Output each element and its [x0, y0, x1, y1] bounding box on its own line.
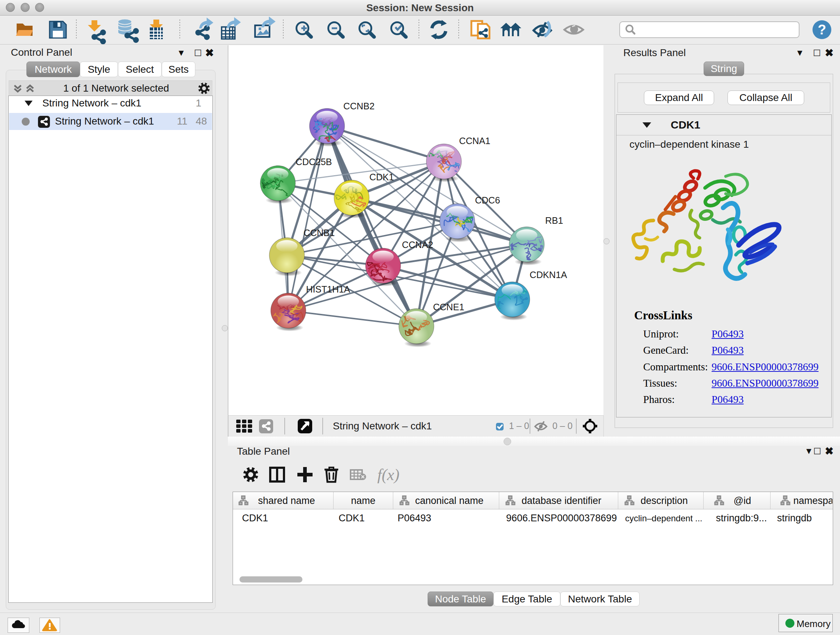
- svg-text:CCNE1: CCNE1: [433, 302, 464, 312]
- svg-text:RB1: RB1: [545, 215, 563, 226]
- svg-text:?: ?: [818, 22, 826, 37]
- svg-text:CCNB2: CCNB2: [343, 101, 374, 111]
- svg-text:1 – 0: 1 – 0: [509, 421, 529, 431]
- svg-text:CDC6: CDC6: [475, 195, 500, 205]
- svg-text:@id: @id: [734, 495, 751, 506]
- svg-text:name: name: [351, 495, 376, 506]
- svg-text:shared name: shared name: [258, 495, 315, 506]
- svg-text:CDKN1A: CDKN1A: [530, 270, 567, 280]
- svg-text:String Network – cdk1: String Network – cdk1: [333, 420, 432, 432]
- svg-text:canonical name: canonical name: [415, 495, 483, 506]
- svg-text:1 of 1 Network selected: 1 of 1 Network selected: [63, 82, 169, 94]
- svg-text:database identifier: database identifier: [522, 495, 602, 506]
- svg-text:CDK1: CDK1: [369, 172, 394, 182]
- svg-text:CCNA1: CCNA1: [459, 136, 490, 146]
- svg-text:f(x): f(x): [377, 466, 399, 484]
- svg-text:description: description: [641, 495, 688, 506]
- svg-text:HIST1H1A: HIST1H1A: [306, 284, 350, 295]
- svg-text:CCNA2: CCNA2: [402, 240, 433, 250]
- svg-text:0 – 0: 0 – 0: [553, 421, 573, 431]
- svg-text:CCNB1: CCNB1: [303, 228, 335, 238]
- svg-text:namespace: namespace: [793, 495, 832, 506]
- svg-text:CDC25B: CDC25B: [295, 157, 332, 167]
